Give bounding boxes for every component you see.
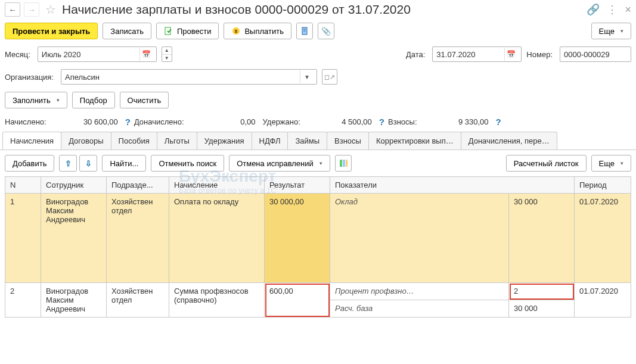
clear-button[interactable]: Очистить bbox=[120, 92, 169, 108]
post-button-label: Провести bbox=[177, 27, 212, 36]
report-icon bbox=[300, 26, 309, 36]
org-input[interactable]: Апельсин ▾ bbox=[61, 69, 317, 85]
move-up-button[interactable]: ⇧ bbox=[59, 155, 77, 172]
svg-text:$: $ bbox=[235, 29, 238, 34]
date-value: 31.07.2020 bbox=[436, 50, 504, 59]
more-button[interactable]: Еще ▾ bbox=[591, 23, 631, 39]
extra-label: Доначислено: bbox=[134, 117, 184, 126]
col-result[interactable]: Результат bbox=[265, 177, 330, 194]
step-up-icon[interactable]: ▲ bbox=[162, 47, 172, 55]
move-down-button[interactable]: ⇩ bbox=[79, 155, 97, 172]
calendar-icon[interactable]: 📅 bbox=[504, 48, 517, 61]
withheld-help-icon[interactable]: ? bbox=[379, 117, 384, 127]
cell-indicator-value: 30 000 bbox=[509, 194, 575, 283]
fill-button[interactable]: Заполнить ▾ bbox=[5, 92, 67, 108]
pick-icon: ◻↗ bbox=[324, 73, 335, 81]
cell-indicator-value: 30 000 bbox=[509, 300, 575, 318]
cell-indicator-name: Расч. база bbox=[330, 300, 509, 318]
number-input[interactable]: 0000-000029 bbox=[560, 46, 631, 62]
tab-corrections[interactable]: Корректировки вып… bbox=[368, 132, 461, 150]
nav-forward-button[interactable]: → bbox=[24, 2, 39, 17]
step-down-icon[interactable]: ▼ bbox=[162, 55, 172, 62]
cell-result: 600,00 bbox=[265, 283, 330, 318]
tab-contracts[interactable]: Договоры bbox=[61, 132, 111, 150]
chevron-down-icon: ▾ bbox=[621, 160, 623, 166]
cancel-corrections-button[interactable]: Отмена исправлений ▾ bbox=[229, 155, 330, 172]
columns-icon bbox=[339, 158, 348, 168]
contrib-label: Взносы: bbox=[388, 117, 417, 126]
accruals-table[interactable]: N Сотрудник Подразде... Начисление Резул… bbox=[5, 176, 631, 318]
post-and-close-button[interactable]: Провести и закрыть bbox=[5, 23, 98, 39]
number-value: 0000-000029 bbox=[564, 50, 627, 59]
tab-contributions[interactable]: Взносы bbox=[327, 132, 369, 150]
table-row[interactable]: 2 Виноградов Максим Андреевич Хозяйствен… bbox=[5, 283, 631, 300]
tab-deductions[interactable]: Удержания bbox=[197, 132, 252, 150]
tab-more-button[interactable]: Еще ▾ bbox=[591, 155, 631, 172]
accrued-value: 30 600,00 bbox=[50, 117, 122, 126]
svg-rect-8 bbox=[346, 160, 348, 167]
col-n[interactable]: N bbox=[5, 177, 41, 194]
tab-extra-accruals[interactable]: Доначисления, пере… bbox=[461, 132, 557, 150]
contrib-value: 9 330,00 bbox=[421, 117, 492, 126]
cell-dept: Хозяйствен отдел bbox=[107, 283, 169, 318]
chevron-down-icon: ▾ bbox=[319, 160, 322, 166]
withheld-label: Удержано: bbox=[263, 117, 300, 126]
cell-employee: Виноградов Максим Андреевич bbox=[41, 283, 107, 318]
post-button[interactable]: Провести bbox=[156, 23, 219, 39]
col-employee[interactable]: Сотрудник bbox=[41, 177, 107, 194]
table-row[interactable]: 1 Виноградов Максим Андреевич Хозяйствен… bbox=[5, 194, 631, 283]
tab-accruals[interactable]: Начисления bbox=[2, 132, 61, 150]
payslip-button[interactable]: Расчетный листок bbox=[506, 155, 587, 172]
link-icon[interactable]: 🔗 bbox=[587, 3, 600, 16]
paperclip-icon: 📎 bbox=[321, 27, 331, 36]
tab-benefits[interactable]: Пособия bbox=[111, 132, 157, 150]
tab-loans[interactable]: Займы bbox=[287, 132, 327, 150]
tab-privileges[interactable]: Льготы bbox=[157, 132, 197, 150]
save-button[interactable]: Записать bbox=[103, 23, 151, 39]
cell-employee: Виноградов Максим Андреевич bbox=[41, 194, 107, 283]
kebab-menu-icon[interactable]: ⋮ bbox=[607, 3, 618, 16]
extra-value: 0,00 bbox=[188, 117, 259, 126]
tab-ndfl[interactable]: НДФЛ bbox=[252, 132, 288, 150]
find-button[interactable]: Найти... bbox=[102, 155, 146, 172]
col-dept[interactable]: Подразде... bbox=[107, 177, 169, 194]
col-indicators[interactable]: Показатели bbox=[330, 177, 575, 194]
cell-n: 1 bbox=[5, 194, 41, 283]
add-button[interactable]: Добавить bbox=[5, 155, 54, 172]
close-icon[interactable]: × bbox=[625, 4, 631, 16]
post-icon bbox=[164, 26, 173, 36]
select-button[interactable]: Подбор bbox=[72, 92, 115, 108]
month-value: Июль 2020 bbox=[42, 50, 139, 59]
cell-period: 01.07.2020 bbox=[575, 194, 631, 283]
date-label: Дата: bbox=[406, 50, 425, 59]
pay-button[interactable]: $ Выплатить bbox=[224, 23, 291, 39]
nav-back-button[interactable]: ← bbox=[5, 2, 20, 17]
favorite-star-icon[interactable]: ☆ bbox=[45, 2, 56, 17]
attachment-button[interactable]: 📎 bbox=[318, 23, 334, 39]
month-input[interactable]: Июль 2020 📅 bbox=[38, 46, 157, 62]
cell-indicator-name: Процент профвзно… bbox=[330, 283, 509, 300]
month-stepper[interactable]: ▲ ▼ bbox=[162, 46, 172, 62]
dropdown-icon[interactable]: ▾ bbox=[300, 70, 313, 83]
date-input[interactable]: 31.07.2020 📅 bbox=[432, 46, 522, 62]
cancel-search-button[interactable]: Отменить поиск bbox=[151, 155, 224, 172]
calendar-icon[interactable]: 📅 bbox=[139, 48, 153, 61]
cell-indicator-value: 2 bbox=[509, 283, 575, 300]
report-button[interactable] bbox=[296, 23, 313, 39]
col-period[interactable]: Период bbox=[575, 177, 631, 194]
more-button-label: Еще bbox=[599, 27, 615, 36]
pay-icon: $ bbox=[231, 26, 241, 36]
org-pick-button[interactable]: ◻↗ bbox=[322, 69, 337, 85]
accrued-help-icon[interactable]: ? bbox=[125, 117, 131, 127]
cell-n: 2 bbox=[5, 283, 41, 318]
tab-more-label: Еще bbox=[599, 159, 615, 168]
cell-result: 30 000,00 bbox=[265, 194, 330, 283]
cell-accrual: Оплата по окладу bbox=[169, 194, 265, 283]
contrib-help-icon[interactable]: ? bbox=[496, 117, 501, 127]
columns-button[interactable] bbox=[335, 155, 352, 172]
svg-rect-6 bbox=[340, 160, 342, 167]
cell-accrual: Сумма профвзносов (справочно) bbox=[169, 283, 265, 318]
window-title: Начисление зарплаты и взносов 0000-00002… bbox=[62, 2, 583, 17]
tab-bar: Начисления Договоры Пособия Льготы Удерж… bbox=[0, 132, 636, 150]
col-accrual[interactable]: Начисление bbox=[169, 177, 265, 194]
